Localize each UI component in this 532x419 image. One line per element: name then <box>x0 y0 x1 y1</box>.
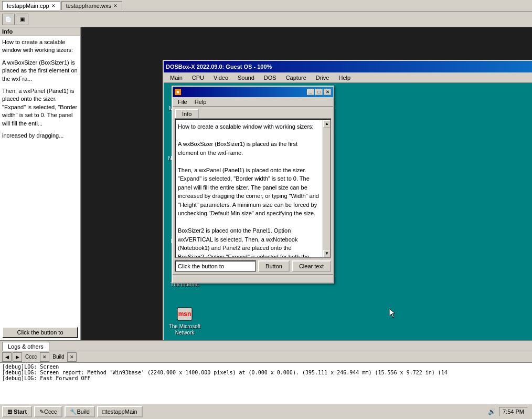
log-build-label: Build <box>50 354 66 360</box>
ide-bottom: Logs & others ◀ ▶ Cccc ✕ Build ✕ [debug]… <box>0 340 532 403</box>
dosbox-titlebar[interactable]: DOSBox-X 2022.09.0: Guest OS - 100% _ □ … <box>164 61 532 72</box>
dosbox-menubar: Main CPU Video Sound DOS Capture Drive H… <box>164 72 532 83</box>
bottom-toolbar-btn-close2[interactable]: ✕ <box>67 352 77 362</box>
app-text-area: How to create a scalable window with wor… <box>175 119 331 258</box>
testapp-icon: □ <box>102 408 106 415</box>
app-titlebar[interactable]: ■ _ □ ✕ <box>173 87 333 97</box>
info-paragraph-2: A wxBoxSizer (BoxSizer1) is placed as th… <box>2 59 78 83</box>
ide-left-panel: Info How to create a scalable window wit… <box>0 27 81 340</box>
dosbox-menu-video[interactable]: Video <box>209 74 232 82</box>
build-label: Build <box>77 408 90 415</box>
log-line-2: [debug]LOG: Screen report: Method 'Win93… <box>2 370 530 375</box>
app-controls: _ □ ✕ <box>307 89 331 95</box>
app-scrollbar: ▲ ▼ <box>323 120 330 257</box>
mouse-cursor <box>389 309 396 320</box>
ide-tab-frame[interactable]: testappframe.wxs ✕ <box>61 1 122 10</box>
desktop-icon-msn[interactable]: msn The Microsoft Network <box>166 303 203 338</box>
app-info-tab[interactable]: Info <box>175 109 199 118</box>
ide-tab-frame-label: testappframe.wxs <box>66 3 111 9</box>
app-window: ■ _ □ ✕ File Help <box>172 86 334 284</box>
ide-tabs: testappMain.cpp ✕ testappframe.wxs ✕ <box>2 1 122 10</box>
svg-text:msn: msn <box>178 310 191 318</box>
app-input-row: Button Clear text <box>175 260 331 272</box>
ide-titlebar: testappMain.cpp ✕ testappframe.wxs ✕ <box>0 0 532 12</box>
dosbox-menu-sound[interactable]: Sound <box>233 74 259 82</box>
log-line-1: [debug]LOG: Screen <box>2 364 530 370</box>
bottom-toolbar-btn-1[interactable]: ◀ <box>2 352 12 362</box>
testapp-label: testappMain <box>106 408 137 415</box>
ide-content: Info How to create a scalable window wit… <box>0 27 532 340</box>
app-maximize-button[interactable]: □ <box>315 89 323 95</box>
info-paragraph-1: How to create a scalable window with wor… <box>2 38 78 55</box>
app-content: Info How to create a scalable window wit… <box>173 107 333 274</box>
file-icon: 📄 <box>5 16 12 22</box>
dosbox-menu-drive[interactable]: Drive <box>312 74 334 82</box>
dosbox-desktop: My Computer Network Neig <box>164 83 532 340</box>
svg-marker-20 <box>389 309 395 318</box>
bottom-content: [debug]LOG: Screen [debug]LOG: Screen re… <box>0 363 532 403</box>
build-icon: 🔧 <box>70 408 77 415</box>
cccc-icon: ✎ <box>39 408 44 415</box>
taskbar-tray: 🔊 7:54 PM <box>488 407 530 416</box>
ide-toolbar: 📄 ▣ <box>0 12 532 27</box>
panel-info-content: How to create a scalable window with wor… <box>0 36 80 324</box>
ide-tab-main[interactable]: testappMain.cpp ✕ <box>2 1 60 10</box>
info-paragraph-3: Then, a wxPanel (Panel1) is placed onto … <box>2 87 78 128</box>
scrollbar-down-button[interactable]: ▼ <box>323 250 331 257</box>
bottom-toolbar: ◀ ▶ Cccc ✕ Build ✕ <box>0 351 532 363</box>
toolbar-btn-2[interactable]: ▣ <box>16 14 28 25</box>
log-filter-label: Cccc <box>23 354 39 360</box>
dosbox-title-text: DOSBox-X 2022.09.0: Guest OS - 100% <box>166 64 532 70</box>
clear-text-button[interactable]: Clear text <box>292 260 331 272</box>
scrollbar-up-button[interactable]: ▲ <box>323 120 331 128</box>
start-button[interactable]: ⊞ Start <box>2 406 32 417</box>
msn-label: The Microsoft Network <box>168 323 201 336</box>
taskbar-item-testapp[interactable]: □ testappMain <box>97 406 143 417</box>
taskbar-item-cccc[interactable]: ✎ Cccc <box>34 406 62 417</box>
dosbox-window: DOSBox-X 2022.09.0: Guest OS - 100% _ □ … <box>163 60 532 340</box>
cccc-label: Cccc <box>44 408 57 415</box>
ide-tab-main-label: testappMain.cpp <box>7 3 49 9</box>
log-line-3: [debug]LOG: Fast Forward OFF <box>2 375 530 381</box>
click-button[interactable]: Click the button to <box>2 327 78 338</box>
bottom-toolbar-btn-close[interactable]: ✕ <box>40 352 49 362</box>
start-label: Start <box>14 408 27 415</box>
app-menu-help[interactable]: Help <box>191 98 210 106</box>
toolbar-btn-1[interactable]: 📄 <box>2 14 15 25</box>
info-paragraph-4: increased by dragging... <box>2 132 78 140</box>
bottom-tab-logs[interactable]: Logs & others <box>2 342 49 351</box>
app-minimize-button[interactable]: _ <box>307 89 314 95</box>
app-text-input[interactable] <box>175 260 256 272</box>
app-close-button[interactable]: ✕ <box>324 89 331 95</box>
taskbar: ⊞ Start ✎ Cccc 🔧 Build □ testappMain 🔊 7… <box>0 403 532 419</box>
ide-bottom-tabs: Logs & others <box>0 341 532 351</box>
window-icon: ▣ <box>20 16 25 22</box>
app-menu-file[interactable]: File <box>175 98 190 106</box>
ide-tab-main-close[interactable]: ✕ <box>51 3 56 8</box>
ide-shell: testappMain.cpp ✕ testappframe.wxs ✕ 📄 ▣… <box>0 0 532 419</box>
scrollbar-track[interactable] <box>323 128 330 250</box>
bottom-toolbar-btn-2[interactable]: ▶ <box>13 352 22 362</box>
app-statusbar <box>173 274 333 282</box>
dosbox-menu-main[interactable]: Main <box>166 74 187 82</box>
app-title-icon: ■ <box>175 89 181 95</box>
ide-tab-frame-close[interactable]: ✕ <box>113 3 118 8</box>
app-menubar: File Help <box>173 97 333 107</box>
dosbox-menu-help[interactable]: Help <box>334 74 355 82</box>
dosbox-menu-capture[interactable]: Capture <box>282 74 311 82</box>
tray-clock: 7:54 PM <box>499 407 528 416</box>
volume-icon[interactable]: 🔊 <box>488 408 496 415</box>
msn-icon: msn <box>176 306 193 322</box>
button-button[interactable]: Button <box>258 260 290 272</box>
taskbar-item-build[interactable]: 🔧 Build <box>65 406 95 417</box>
dosbox-menu-cpu[interactable]: CPU <box>188 74 208 82</box>
app-text-content: How to create a scalable window with wor… <box>178 122 328 258</box>
dosbox-menu-dos[interactable]: DOS <box>260 74 281 82</box>
panel-info-header: Info <box>0 27 80 36</box>
start-icon: ⊞ <box>7 408 12 415</box>
main-area: DOSBox-X 2022.09.0: Guest OS - 100% _ □ … <box>81 27 532 340</box>
